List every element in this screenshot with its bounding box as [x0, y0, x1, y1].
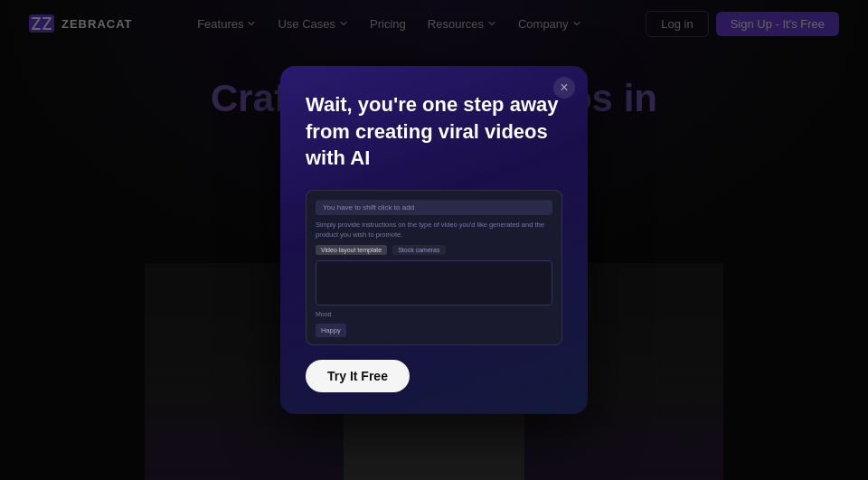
modal-ui-preview: You have to shift click to add Simply pr…: [306, 190, 562, 345]
ui-tab-template[interactable]: Video layout template: [316, 245, 387, 255]
ui-mood-label: Mood: [316, 311, 552, 317]
try-free-button[interactable]: Try It Free: [306, 360, 410, 392]
modal-close-button[interactable]: ×: [553, 77, 575, 99]
modal-title: Wait, you're one step away from creating…: [306, 91, 562, 172]
ui-textarea[interactable]: [316, 260, 552, 306]
ui-description: Simply provide instructions on the type …: [316, 221, 552, 240]
ui-tab-cameras[interactable]: Stock cameras: [392, 245, 445, 255]
ui-hint-bar: You have to shift click to add: [316, 200, 552, 215]
ui-tabs: Video layout template Stock cameras: [316, 245, 552, 255]
ui-mood-select[interactable]: Happy: [316, 324, 346, 337]
modal: × Wait, you're one step away from creati…: [280, 66, 588, 414]
modal-overlay: × Wait, you're one step away from creati…: [0, 0, 868, 480]
